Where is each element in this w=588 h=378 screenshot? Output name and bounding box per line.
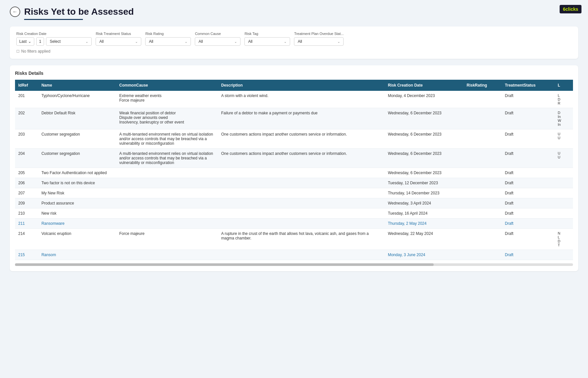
cell-idref: 206 [15, 178, 38, 188]
table-row[interactable]: 214 Volcanic eruption Force majeure A ru… [15, 229, 573, 250]
cell-description: A rupture in the crust of the earth that… [218, 229, 385, 250]
cell-idref: 215 [15, 250, 38, 260]
page-title: Risks Yet to be Assessed [24, 7, 134, 17]
cell-name: Debtor Default Risk [38, 108, 116, 129]
col-header-commoncause: CommonCause [116, 80, 218, 91]
cell-name: Typhoon/Cyclone/Hurricane [38, 91, 116, 108]
cell-riskrating [463, 198, 502, 208]
cell-commoncause [116, 178, 218, 188]
cell-date: Wednesday, 3 April 2024 [385, 198, 463, 208]
cell-commoncause [116, 250, 218, 260]
risk-rating-dropdown[interactable]: All ⌄ [145, 37, 191, 46]
date-select-dropdown[interactable]: Select ⌄ [46, 37, 92, 46]
table-scroll-wrapper[interactable]: IdRef Name CommonCause Description Risk … [15, 80, 573, 266]
cell-treatmentstatus: Draft [502, 149, 554, 168]
cell-date: Tuesday, 12 December 2023 [385, 178, 463, 188]
risks-table-container: Risks Details IdRef Name CommonCause Des… [10, 65, 578, 271]
cell-idref: 202 [15, 108, 38, 129]
cell-date: Monday, 4 December 2023 [385, 91, 463, 108]
cell-commoncause: Extreme weather events Force majeure [116, 91, 218, 108]
cell-last: N L D T [554, 229, 573, 250]
cell-date: Wednesday, 6 December 2023 [385, 168, 463, 178]
cell-riskrating [463, 250, 502, 260]
cell-name: New risk [38, 208, 116, 219]
cell-description [218, 208, 385, 219]
cell-treatmentstatus: Draft [502, 108, 554, 129]
cell-treatmentstatus: Draft [502, 229, 554, 250]
cell-idref: 214 [15, 229, 38, 250]
cell-last [554, 178, 573, 188]
cell-commoncause [116, 188, 218, 198]
table-row[interactable]: 203 Customer segregation A multi-tenante… [15, 129, 573, 149]
risk-treatment-status-label: Risk Treatment Status [96, 32, 141, 36]
cell-commoncause [116, 168, 218, 178]
cell-riskrating [463, 178, 502, 188]
cell-name: Ransomware [38, 219, 116, 229]
cell-riskrating [463, 188, 502, 198]
col-header-name: Name [38, 80, 116, 91]
filters-section: Risk Creation Date Last ⌄ 1 Select ⌄ [10, 26, 578, 59]
col-header-date: Risk Creation Date [385, 80, 463, 91]
cell-description [218, 188, 385, 198]
cell-commoncause [116, 208, 218, 219]
cell-last [554, 198, 573, 208]
cell-last [554, 250, 573, 260]
filters-row: Risk Creation Date Last ⌄ 1 Select ⌄ [16, 32, 572, 46]
cell-date: Monday, 3 June 2024 [385, 250, 463, 260]
cell-date: Wednesday, 6 December 2023 [385, 129, 463, 149]
table-row[interactable]: 210 New risk Tuesday, 16 April 2024 Draf… [15, 208, 573, 219]
treatment-plan-dropdown[interactable]: All ⌄ [294, 37, 344, 46]
cell-riskrating [463, 91, 502, 108]
cell-riskrating [463, 229, 502, 250]
cell-description: A storm with a violent wind. [218, 91, 385, 108]
table-row[interactable]: 207 My New Risk Thursday, 14 December 20… [15, 188, 573, 198]
treatment-plan-label: Treatment Plan Overdue Stat... [294, 32, 344, 36]
title-underline [24, 19, 83, 20]
last-value-input[interactable]: 1 [36, 37, 44, 46]
table-row[interactable]: 211 Ransomware Thursday, 2 May 2024 Draf… [15, 219, 573, 229]
cell-date: Tuesday, 16 April 2024 [385, 208, 463, 219]
risk-treatment-status-filter: Risk Treatment Status All ⌄ [96, 32, 141, 46]
table-row[interactable]: 202 Debtor Default Risk Weak financial p… [15, 108, 573, 129]
risk-treatment-status-dropdown[interactable]: All ⌄ [96, 37, 141, 46]
cell-riskrating [463, 108, 502, 129]
cell-treatmentstatus: Draft [502, 219, 554, 229]
scrollbar-thumb[interactable] [15, 263, 434, 266]
common-cause-dropdown[interactable]: All ⌄ [195, 37, 240, 46]
horizontal-scrollbar[interactable] [15, 263, 573, 266]
back-button[interactable]: ← [10, 7, 20, 17]
cell-description: One customers actions impact another cus… [218, 129, 385, 149]
risk-tag-label: Risk Tag [244, 32, 290, 36]
cell-description [218, 178, 385, 188]
cell-name: Ransom [38, 250, 116, 260]
cell-commoncause: A multi-tenanted environment relies on v… [116, 149, 218, 168]
table-row[interactable]: 204 Customer segregation A multi-tenante… [15, 149, 573, 168]
cell-name: Customer segregation [38, 149, 116, 168]
table-row[interactable]: 209 Product assurance Wednesday, 3 April… [15, 198, 573, 208]
table-row[interactable]: 215 Ransom Monday, 3 June 2024 Draft [15, 250, 573, 260]
last-select[interactable]: Last ⌄ [16, 37, 34, 46]
cell-riskrating [463, 129, 502, 149]
table-row[interactable]: 201 Typhoon/Cyclone/Hurricane Extreme we… [15, 91, 573, 108]
cell-commoncause [116, 219, 218, 229]
cell-idref: 209 [15, 198, 38, 208]
risks-table: IdRef Name CommonCause Description Risk … [15, 80, 573, 260]
cell-idref: 205 [15, 168, 38, 178]
cell-name: Customer segregation [38, 129, 116, 149]
table-row[interactable]: 205 Two Factor Authentication not applie… [15, 168, 573, 178]
cell-idref: 201 [15, 91, 38, 108]
cell-treatmentstatus: Draft [502, 198, 554, 208]
cell-last [554, 188, 573, 198]
risk-tag-dropdown[interactable]: All ⌄ [244, 37, 290, 46]
no-filters-label: ☐ No filters applied [16, 49, 572, 54]
common-cause-filter: Common Cause All ⌄ [195, 32, 240, 46]
cell-riskrating [463, 208, 502, 219]
cell-name: Two Factor Authentication not applied [38, 168, 116, 178]
table-row[interactable]: 206 Two factor is not on this device Tue… [15, 178, 573, 188]
cell-last: U U [554, 129, 573, 149]
cell-description [218, 198, 385, 208]
cell-last: D In W In [554, 108, 573, 129]
cell-last [554, 208, 573, 219]
app-logo: 6clicks [560, 5, 581, 13]
risk-creation-date-filter: Risk Creation Date Last ⌄ 1 Select ⌄ [16, 32, 92, 46]
